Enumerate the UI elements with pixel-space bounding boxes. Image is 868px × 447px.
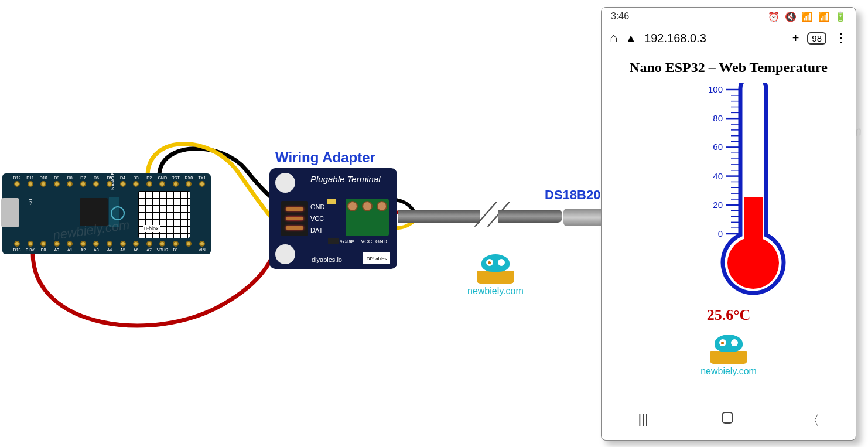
- svg-text:60: 60: [713, 142, 723, 152]
- phone-nav-bar: ||| 〈: [602, 404, 856, 440]
- arduino-pin: [184, 241, 193, 252]
- adapter-url: diyables.io: [312, 256, 342, 263]
- arduino-pin: GND: [158, 176, 166, 187]
- mute-icon: 🔇: [785, 12, 797, 22]
- alarm-icon: ⏰: [768, 12, 780, 22]
- mounting-hole-icon: [275, 173, 295, 193]
- arduino-pin: D9: [53, 176, 61, 187]
- arduino-pin: A1: [66, 241, 74, 252]
- resistor-label: 472 Ω: [340, 238, 353, 244]
- svg-text:100: 100: [708, 84, 723, 94]
- mounting-hole-icon: [275, 244, 295, 264]
- arduino-pin: A4: [105, 241, 114, 252]
- svg-text:40: 40: [713, 171, 723, 181]
- usb-c-port-icon: [1, 198, 19, 227]
- arduino-pin: D12: [13, 176, 21, 187]
- web-page-title: Nano ESP32 – Web Temperature: [602, 50, 856, 80]
- svg-text:0: 0: [718, 228, 723, 238]
- smd-component-icon: [327, 199, 336, 204]
- back-button[interactable]: 〈: [807, 412, 819, 429]
- arduino-pin: A7: [145, 241, 153, 252]
- screw-terminal-icon: [346, 199, 389, 236]
- status-icons: ⏰ 🔇 📶 📶 🔋: [766, 11, 846, 22]
- arduino-pin: D13: [13, 241, 21, 252]
- kebab-menu-icon[interactable]: ⋮: [835, 30, 848, 46]
- arduino-bottom-pin-row: D133.3VB0A0A1A2A3A4A5A6A7VBUSB1VIN: [13, 241, 206, 252]
- ublox-label: u-blox: [143, 225, 160, 232]
- sensor-label: DS18B20: [545, 187, 600, 203]
- wiring-adapter-board: Plugable Terminal GND VCC DAT DAT VCC GN…: [269, 168, 397, 269]
- arduino-pin: A2: [79, 241, 87, 252]
- svg-text:80: 80: [713, 113, 723, 123]
- address-text[interactable]: 192.168.0.3: [644, 32, 784, 45]
- adapter-board-title: Plugable Terminal: [310, 174, 381, 184]
- arduino-pin: VIN: [198, 241, 206, 252]
- arduino-pin: D8: [66, 176, 74, 187]
- svg-text:20: 20: [713, 200, 723, 210]
- diagram-stage: RST NANO ESP32 u-blox D12D11D10D9D8D7D6D…: [0, 0, 868, 447]
- thermometer-gauge: 020406080100: [664, 83, 793, 305]
- temperature-reading: 25.6°C: [602, 306, 856, 324]
- arduino-top-pin-row: D12D11D10D9D8D7D6D5D4D3D2GNDRSTRX0TX1: [13, 176, 206, 187]
- tab-count-badge[interactable]: 98: [807, 32, 826, 45]
- diyables-logo-icon: DIY ables: [363, 252, 390, 264]
- status-time: 3:46: [611, 11, 629, 22]
- insecure-warning-icon[interactable]: ▲: [626, 32, 636, 45]
- newbiely-logo-icon: newbiely.com: [700, 335, 757, 377]
- phone-status-bar: 3:46 ⏰ 🔇 📶 📶 🔋: [602, 8, 856, 26]
- arduino-pin: D5: [105, 176, 114, 187]
- arduino-pin: A5: [119, 241, 127, 252]
- browser-url-bar: ⌂ ▲ 192.168.0.3 + 98 ⋮: [602, 26, 856, 50]
- signal-icon: 📶: [818, 12, 830, 22]
- arduino-pin: D10: [39, 176, 47, 187]
- resistor-icon: [328, 238, 339, 244]
- home-icon[interactable]: ⌂: [610, 30, 617, 46]
- arduino-pin: A6: [132, 241, 140, 252]
- arduino-pin: VBUS: [158, 241, 166, 252]
- sensor-cable-icon: [498, 210, 562, 223]
- arduino-pin: A3: [92, 241, 100, 252]
- arduino-pin: B1: [172, 241, 180, 252]
- svg-rect-1: [744, 197, 763, 263]
- adapter-header-labels: GND VCC DAT: [310, 201, 324, 236]
- newbiely-text: newbiely.com: [467, 286, 524, 296]
- pin-header-icon: [281, 201, 308, 236]
- arduino-pin: B0: [39, 241, 47, 252]
- arduino-pin: TX1: [198, 176, 206, 187]
- wifi-icon: 📶: [801, 12, 813, 22]
- arduino-pin: RST: [172, 176, 180, 187]
- arduino-pin: D2: [145, 176, 153, 187]
- arduino-pin: D11: [26, 176, 35, 187]
- battery-icon: 🔋: [835, 12, 846, 22]
- arduino-pin: D3: [132, 176, 140, 187]
- arduino-pin: D6: [92, 176, 100, 187]
- arduino-nano-esp32-board: RST NANO ESP32 u-blox D12D11D10D9D8D7D6D…: [2, 173, 211, 254]
- recents-button[interactable]: |||: [638, 412, 648, 429]
- newbiely-text: newbiely.com: [700, 366, 757, 377]
- arduino-pin: D4: [119, 176, 127, 187]
- arduino-pin: D7: [79, 176, 87, 187]
- arduino-pin: RX0: [184, 176, 193, 187]
- sensor-cable-icon: [398, 210, 480, 223]
- home-button[interactable]: [722, 412, 733, 424]
- arduino-pin: 3.3V: [26, 241, 35, 252]
- phone-mockup: 3:46 ⏰ 🔇 📶 📶 🔋 ⌂ ▲ 192.168.0.3 + 98 ⋮ Na…: [601, 7, 856, 441]
- adapter-title: Wiring Adapter: [275, 149, 375, 166]
- rst-label: RST: [28, 199, 32, 207]
- new-tab-icon[interactable]: +: [792, 32, 799, 45]
- newbiely-logo-icon: newbiely.com: [467, 254, 524, 296]
